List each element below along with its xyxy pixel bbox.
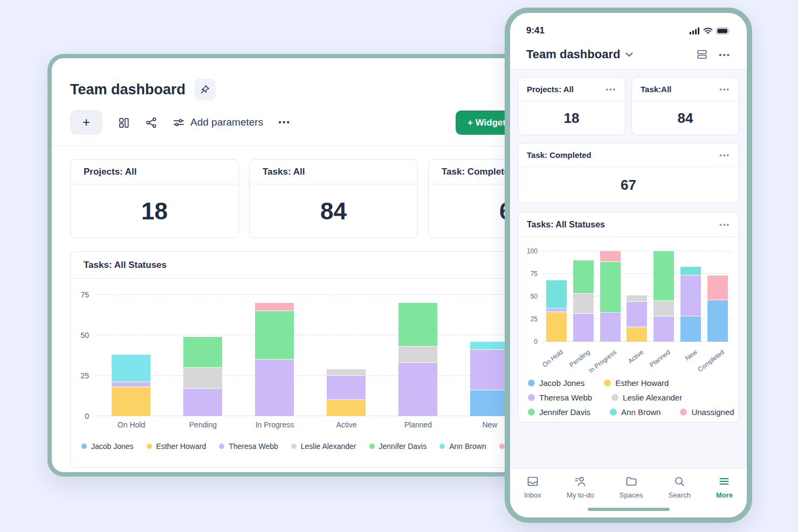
add-button[interactable]: +: [70, 110, 102, 135]
bar-segment-leslie-alexander[interactable]: [327, 369, 366, 376]
chevron-down-icon: [625, 52, 633, 57]
legend-item-leslie-alexander[interactable]: Leslie Alexander: [611, 393, 682, 402]
stat-card-projects[interactable]: Projects: All 18: [70, 159, 239, 238]
bar-segment-theresa-webb[interactable]: [255, 360, 294, 416]
bar-active[interactable]: [327, 369, 366, 416]
legend-item-unassigned[interactable]: Unassigned: [680, 407, 734, 417]
bar-segment-leslie-alexander[interactable]: [653, 301, 674, 316]
pin-button[interactable]: [194, 79, 216, 100]
legend-item-ann-brown[interactable]: Ann Brown: [610, 407, 661, 417]
bar-segment-theresa-webb[interactable]: [112, 382, 150, 387]
bar-planned[interactable]: [398, 303, 437, 416]
bar-on-hold[interactable]: [112, 355, 150, 416]
card-menu-button[interactable]: •••: [719, 151, 730, 158]
legend-item-ann-brown[interactable]: Ann Brown: [439, 442, 486, 451]
bar-in-progress[interactable]: [255, 303, 294, 416]
bar-segment-jacob-jones[interactable]: [680, 316, 701, 342]
bar-new[interactable]: [680, 267, 701, 342]
bar-active[interactable]: [627, 295, 647, 342]
desktop-toolbar: + Add parameters •••: [70, 110, 291, 135]
bar-segment-theresa-webb[interactable]: [398, 363, 437, 416]
home-indicator[interactable]: [588, 508, 670, 511]
bar-segment-esther-howard[interactable]: [327, 400, 366, 416]
bar-segment-unassigned[interactable]: [600, 251, 621, 262]
bar-segment-theresa-webb[interactable]: [680, 275, 701, 316]
stat-card-tasks[interactable]: Tasks: All 84: [249, 159, 418, 238]
bar-segment-theresa-webb[interactable]: [653, 316, 674, 342]
page-title: Team dashboard: [70, 81, 185, 98]
bar-segment-theresa-webb[interactable]: [183, 389, 222, 416]
bar-segment-ann-brown[interactable]: [470, 342, 509, 350]
card-menu-button[interactable]: •••: [606, 86, 616, 93]
chart-menu-button[interactable]: •••: [719, 221, 730, 228]
legend-item-jacob-jones[interactable]: Jacob Jones: [528, 378, 584, 388]
bar-segment-theresa-webb[interactable]: [327, 376, 366, 400]
bar-segment-ann-brown[interactable]: [546, 280, 567, 308]
bar-segment-ann-brown[interactable]: [112, 355, 150, 382]
bar-segment-jacob-jones[interactable]: [707, 300, 728, 342]
bar-segment-leslie-alexander[interactable]: [398, 347, 437, 363]
bar-new[interactable]: [470, 342, 509, 416]
toolbar-more-button[interactable]: •••: [278, 118, 291, 127]
bar-pending[interactable]: [573, 260, 594, 342]
bar-pending[interactable]: [183, 337, 222, 416]
bar-segment-jennifer-davis[interactable]: [600, 262, 621, 313]
bar-segment-esther-howard[interactable]: [627, 327, 647, 342]
x-label-planned: Planned: [382, 420, 454, 429]
bar-segment-unassigned[interactable]: [707, 275, 728, 300]
bar-segment-theresa-webb[interactable]: [470, 350, 509, 390]
bar-segment-jennifer-davis[interactable]: [653, 251, 674, 301]
nav-item-more[interactable]: More: [716, 475, 733, 517]
legend-dot: [611, 394, 618, 401]
bar-segment-jennifer-davis[interactable]: [398, 303, 437, 347]
card-menu-button[interactable]: •••: [719, 86, 730, 93]
legend-label: Leslie Alexander: [623, 393, 682, 402]
bar-segment-unassigned[interactable]: [255, 303, 294, 311]
nav-item-my-todo[interactable]: My to-do: [567, 475, 594, 517]
stacked-bar-chart[interactable]: 0255075: [95, 295, 526, 416]
bar-segment-theresa-webb[interactable]: [546, 308, 567, 312]
bar-segment-theresa-webb[interactable]: [600, 313, 621, 342]
legend-item-theresa-webb[interactable]: Theresa Webb: [528, 393, 592, 402]
mobile-stat-card-projects[interactable]: Projects: All ••• 18: [518, 77, 625, 135]
legend-item-esther-howard[interactable]: Esther Howard: [147, 442, 207, 451]
bar-on-hold[interactable]: [546, 280, 567, 342]
layout-grid-icon[interactable]: [118, 116, 130, 129]
stacked-bar-chart[interactable]: 0255075100: [543, 251, 731, 342]
legend-label: Esther Howard: [156, 442, 207, 451]
legend-item-jennifer-davis[interactable]: Jennifer Davis: [528, 407, 590, 417]
bar-planned[interactable]: [653, 251, 674, 342]
bar-segment-jennifer-davis[interactable]: [255, 311, 294, 360]
bar-segment-leslie-alexander[interactable]: [627, 295, 647, 302]
mobile-stat-card-completed[interactable]: Task: Completed ••• 67: [518, 143, 739, 203]
bar-segment-jennifer-davis[interactable]: [573, 260, 594, 294]
bar-segment-esther-howard[interactable]: [546, 312, 567, 342]
bar-segment-leslie-alexander[interactable]: [183, 368, 222, 389]
dashboard-title-dropdown[interactable]: Team dashboard: [526, 47, 633, 61]
bar-segment-jennifer-davis[interactable]: [183, 337, 222, 368]
legend-item-theresa-webb[interactable]: Theresa Webb: [219, 442, 278, 451]
share-icon[interactable]: [145, 116, 157, 129]
wifi-icon: [703, 27, 713, 34]
nav-item-search[interactable]: Search: [668, 475, 690, 517]
bar-segment-ann-brown[interactable]: [680, 267, 701, 276]
legend-label: Jennifer Davis: [379, 442, 427, 451]
bar-segment-theresa-webb[interactable]: [573, 314, 594, 342]
bar-segment-leslie-alexander[interactable]: [573, 294, 594, 314]
add-parameters-button[interactable]: Add parameters: [173, 116, 263, 129]
mobile-more-menu[interactable]: •••: [719, 51, 731, 59]
nav-item-inbox[interactable]: Inbox: [524, 475, 541, 517]
nav-item-spaces[interactable]: Spaces: [620, 475, 643, 517]
legend-item-esther-howard[interactable]: Esther Howard: [604, 378, 669, 388]
bar-segment-theresa-webb[interactable]: [627, 302, 647, 327]
legend-dot: [528, 379, 535, 386]
legend-item-jennifer-davis[interactable]: Jennifer Davis: [369, 442, 427, 451]
bar-completed[interactable]: [707, 275, 728, 342]
legend-item-jacob-jones[interactable]: Jacob Jones: [81, 442, 134, 451]
mobile-stat-card-tasks[interactable]: Task:All ••• 84: [631, 77, 739, 135]
bar-segment-jacob-jones[interactable]: [470, 390, 509, 416]
bar-in-progress[interactable]: [600, 251, 621, 342]
layout-rows-icon[interactable]: [696, 49, 708, 60]
legend-item-leslie-alexander[interactable]: Leslie Alexander: [291, 442, 356, 451]
bar-segment-esther-howard[interactable]: [112, 387, 150, 416]
